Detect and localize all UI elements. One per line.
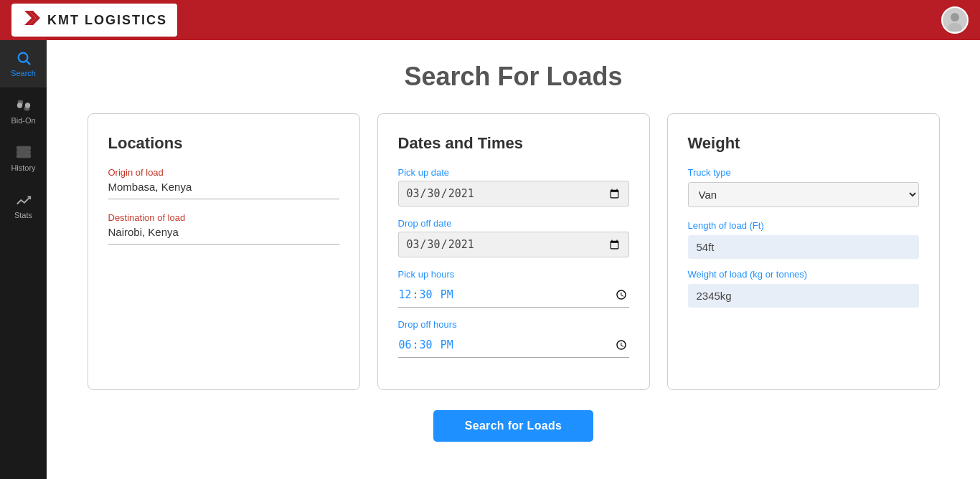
pickup-date-label: Pick up date (398, 167, 629, 178)
avatar[interactable] (941, 6, 969, 34)
main-layout: Search Bid-On History Stat (0, 40, 980, 479)
dropoff-date-input[interactable] (398, 232, 629, 257)
pickup-date-input[interactable] (398, 181, 629, 207)
top-bar: KMT LOGISTICS (0, 0, 980, 40)
dropoff-hours-label: Drop off hours (398, 319, 629, 330)
length-label: Length of load (Ft) (688, 220, 919, 231)
weight-of-load-label: Weight of load (kg or tonnes) (688, 269, 919, 280)
sidebar-item-history[interactable]: History (0, 135, 47, 182)
weight-card: Weight Truck type Van Flatbed Refrigerat… (667, 113, 940, 390)
locations-card-title: Locations (108, 134, 339, 153)
svg-rect-11 (17, 151, 29, 153)
sidebar-item-search[interactable]: Search (0, 40, 47, 87)
svg-point-4 (18, 53, 27, 62)
locations-card: Locations Origin of load Destination of … (88, 113, 360, 390)
dropoff-date-label: Drop off date (398, 218, 629, 229)
search-btn-row: Search for Loads (75, 410, 951, 442)
pickup-hours-input[interactable] (398, 283, 629, 308)
weight-card-title: Weight (688, 134, 919, 153)
dropoff-hours-input[interactable] (398, 333, 629, 358)
destination-label: Destination of load (108, 212, 339, 223)
svg-line-5 (27, 61, 30, 65)
search-for-loads-button[interactable]: Search for Loads (433, 410, 594, 442)
sidebar-item-stats[interactable]: Stats (0, 182, 47, 229)
logo-icon (22, 8, 42, 32)
svg-rect-12 (17, 155, 29, 158)
weight-input[interactable] (688, 284, 919, 308)
truck-type-label: Truck type (688, 167, 919, 178)
pickup-hours-label: Pick up hours (398, 269, 629, 280)
svg-rect-8 (18, 101, 22, 105)
sidebar-item-bid-on[interactable]: Bid-On (0, 87, 47, 135)
truck-type-select[interactable]: Van Flatbed Refrigerated Tanker Box Truc… (688, 182, 919, 207)
sidebar-label-stats: Stats (14, 211, 32, 219)
sidebar-label-history: History (11, 163, 35, 172)
length-input[interactable] (688, 235, 919, 259)
svg-point-3 (948, 23, 962, 31)
logo-container[interactable]: KMT LOGISTICS (11, 4, 177, 37)
dates-card-title: Dates and Times (398, 134, 629, 153)
main-content: Search For Loads Locations Origin of loa… (47, 40, 980, 479)
dates-card: Dates and Times Pick up date Drop off da… (377, 113, 650, 390)
svg-rect-10 (17, 147, 29, 150)
origin-label: Origin of load (108, 167, 339, 178)
cards-row: Locations Origin of load Destination of … (75, 113, 951, 390)
svg-rect-9 (24, 107, 29, 110)
svg-point-2 (951, 13, 959, 22)
sidebar-label-bid-on: Bid-On (11, 116, 35, 125)
sidebar: Search Bid-On History Stat (0, 40, 47, 479)
origin-input[interactable] (108, 181, 339, 199)
destination-input[interactable] (108, 226, 339, 245)
logo-text: KMT LOGISTICS (47, 13, 167, 28)
page-title: Search For Loads (75, 62, 951, 92)
sidebar-label-search: Search (11, 69, 36, 77)
